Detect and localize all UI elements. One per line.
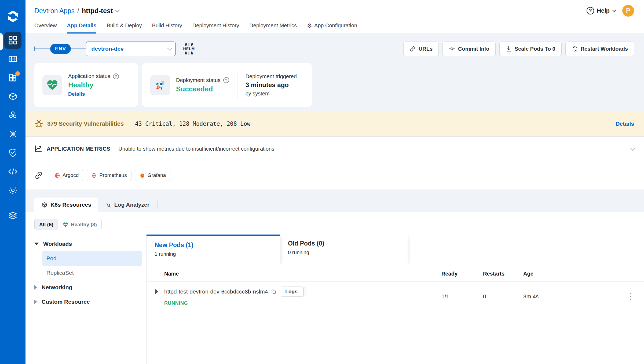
- filter-healthy[interactable]: Healthy (3): [58, 219, 101, 230]
- filter-all[interactable]: All (6): [35, 219, 58, 230]
- help-menu[interactable]: ? Help: [587, 7, 615, 14]
- kebab-menu-icon[interactable]: [628, 291, 633, 302]
- heart-pulse-icon: [63, 222, 68, 228]
- column-header-age: Age: [523, 271, 617, 277]
- tab-old-pods[interactable]: Old Pods (0) 0 running: [280, 235, 408, 266]
- resources-tab-strip: K8s Resources Log Analyzer: [25, 198, 644, 212]
- environment-bar: ENV devtron-dev HELM: [34, 41, 634, 56]
- code-icon: [8, 166, 18, 177]
- app-switcher-chevron-icon[interactable]: [115, 8, 120, 12]
- metrics-expand-chevron-icon[interactable]: [630, 146, 635, 151]
- link-chip-prometheus[interactable]: Prometheus: [87, 170, 131, 181]
- tab-k8s-resources[interactable]: K8s Resources: [34, 198, 98, 212]
- deployment-triggered-time: 3 minutes ago: [246, 81, 297, 89]
- k8s-resources-panel: All (6) Healthy (3) Workloads: [25, 212, 644, 364]
- helm-icon: HELM: [183, 42, 195, 55]
- tab-build-history[interactable]: Build History: [152, 23, 182, 34]
- env-line: [35, 49, 50, 49]
- notification-dot: [15, 71, 20, 76]
- tab-new-pods[interactable]: New Pods (1) 1 running: [147, 235, 280, 266]
- row-expand-caret-icon[interactable]: [155, 289, 158, 294]
- help-circle-icon[interactable]: ?: [223, 77, 229, 83]
- tree-item-pod-label: Pod: [46, 255, 56, 262]
- devtron-logo-icon[interactable]: [6, 9, 20, 24]
- sidebar-item-applications[interactable]: [4, 32, 21, 49]
- sidebar-item-app-groups[interactable]: [4, 69, 21, 86]
- tab-overview[interactable]: Overview: [34, 23, 57, 34]
- shield-check-icon: [8, 148, 18, 158]
- line-chart-icon: [34, 145, 42, 153]
- link-chip-label: Grafana: [148, 172, 166, 178]
- tree-item-replicaset[interactable]: ReplicaSet: [42, 266, 142, 280]
- sidebar-item-jobs[interactable]: [4, 50, 21, 68]
- avatar[interactable]: P: [622, 5, 634, 17]
- deployment-status-value: Succeeded: [176, 85, 229, 93]
- tree-group-networking[interactable]: Networking: [25, 280, 146, 295]
- restart-workloads-button[interactable]: Restart Workloads: [565, 42, 634, 56]
- sidebar-item-resource-browser[interactable]: [4, 107, 21, 124]
- tab-app-configuration[interactable]: ⚙ App Configuration: [307, 23, 357, 34]
- status-cards: Application status ? Healthy Details: [34, 63, 634, 107]
- scale-pods-button[interactable]: Scale Pods To 0: [499, 42, 562, 56]
- tree-group-workloads-label: Workloads: [43, 241, 72, 247]
- tab-old-pods-title: Old Pods (0): [288, 240, 408, 247]
- tab-app-configuration-label: App Configuration: [314, 23, 357, 29]
- log-search-icon: [105, 202, 111, 208]
- tab-k8s-resources-label: K8s Resources: [50, 202, 91, 208]
- pods-tabs: New Pods (1) 1 running Old Pods (0) 0 ru…: [147, 235, 644, 266]
- breadcrumb-root-link[interactable]: Devtron Apps: [34, 7, 75, 15]
- sidebar-item-bulk-edit[interactable]: [4, 125, 21, 143]
- tab-app-details[interactable]: App Details: [67, 23, 96, 34]
- pod-status: RUNNING: [164, 300, 441, 306]
- application-metrics-message: Unable to show metrics due to insufficie…: [118, 146, 274, 152]
- security-details-link[interactable]: Details: [616, 121, 634, 127]
- sidebar-item-security[interactable]: [4, 144, 21, 161]
- tree-group-workloads[interactable]: Workloads: [25, 237, 146, 251]
- help-icon: ?: [587, 7, 594, 14]
- commit-info-button[interactable]: Commit Info: [442, 42, 496, 56]
- card-divider: [237, 72, 237, 99]
- tab-build-deploy[interactable]: Build & Deploy: [107, 23, 142, 34]
- tab-deployment-history[interactable]: Deployment History: [192, 23, 239, 34]
- application-metrics-title: APPLICATION METRICS: [47, 146, 110, 152]
- sidebar-item-stack[interactable]: [4, 207, 21, 224]
- app-tabs: Overview App Details Build & Deploy Buil…: [34, 23, 634, 34]
- link-chip-argocd[interactable]: Argocd: [50, 170, 83, 181]
- pods-tabs-filler: [408, 235, 644, 266]
- active-nav-indicator: [0, 33, 3, 50]
- environment-select-value: devtron-dev: [92, 46, 124, 52]
- pod-menu-cell: [617, 287, 644, 306]
- tree-group-networking-label: Networking: [42, 284, 72, 291]
- sidebar-item-global-config[interactable]: [4, 182, 21, 199]
- layers-icon: [8, 210, 18, 221]
- security-vulnerabilities-banner: 379 Security Vulnerabilities 43 Critical…: [25, 111, 644, 137]
- pods-panel: New Pods (1) 1 running Old Pods (0) 0 ru…: [146, 235, 644, 364]
- link-icon: [34, 171, 43, 180]
- sidebar-item-code[interactable]: [4, 163, 21, 180]
- sidebar-item-chart-store[interactable]: [4, 88, 21, 105]
- env-line: [71, 49, 86, 49]
- tree-group-custom-resource[interactable]: Custom Resource: [25, 295, 146, 309]
- tree-item-pod[interactable]: Pod: [42, 251, 142, 266]
- help-circle-icon[interactable]: ?: [113, 73, 119, 79]
- rocket-icon: [150, 75, 170, 95]
- copy-icon[interactable]: [271, 289, 276, 294]
- app-header: Devtron Apps / httpd-test ? Help P Overv…: [25, 0, 644, 34]
- tree-group-custom-resource-label: Custom Resource: [42, 299, 90, 305]
- link-chip-grafana[interactable]: Grafana: [135, 170, 171, 181]
- chevron-down-icon: [167, 46, 172, 50]
- environment-select[interactable]: devtron-dev: [86, 42, 176, 56]
- urls-button-label: URLs: [419, 46, 433, 52]
- filter-healthy-label: Healthy (3): [71, 222, 97, 228]
- cube-icon: [8, 91, 18, 102]
- pod-name[interactable]: httpd-test-devtron-dev-6ccbdccc8b-nslm4: [164, 288, 268, 295]
- application-status-details-link[interactable]: Details: [68, 91, 119, 97]
- tab-deployment-metrics[interactable]: Deployment Metrics: [249, 23, 297, 34]
- column-header-name: Name: [147, 271, 441, 277]
- tab-log-analyzer-label: Log Analyzer: [114, 202, 149, 208]
- logs-button[interactable]: Logs: [281, 287, 302, 297]
- tab-log-analyzer[interactable]: Log Analyzer: [98, 198, 156, 212]
- link-chip-label: Argocd: [63, 172, 79, 178]
- globe-icon: [91, 173, 97, 178]
- urls-button[interactable]: URLs: [403, 42, 439, 56]
